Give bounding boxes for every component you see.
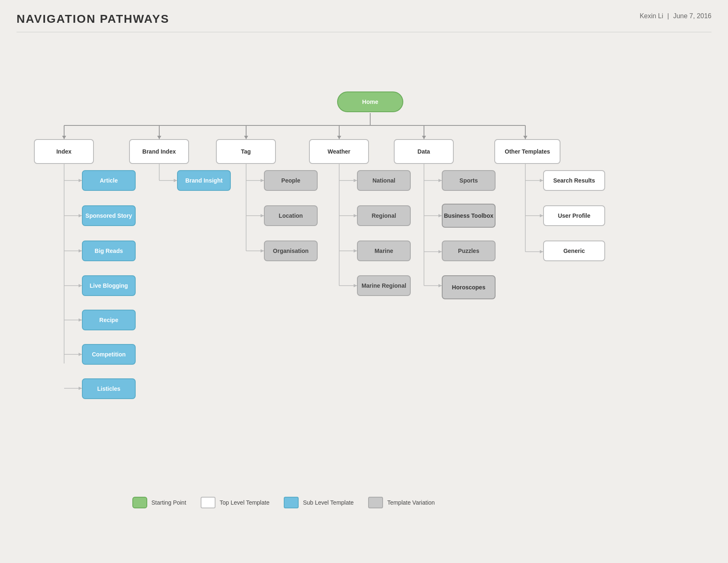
- legend-sub-level: Sub Level Template: [284, 497, 354, 508]
- svg-marker-31: [174, 179, 177, 182]
- node-regional: Regional: [357, 205, 411, 226]
- svg-marker-63: [540, 250, 543, 253]
- svg-marker-45: [354, 249, 357, 253]
- svg-marker-11: [337, 136, 341, 139]
- svg-marker-20: [79, 249, 82, 253]
- svg-marker-56: [438, 284, 442, 287]
- svg-marker-34: [261, 179, 264, 182]
- page: NAVIGATION PATHWAYS Kexin Li | June 7, 2…: [0, 0, 728, 537]
- svg-marker-28: [79, 387, 82, 390]
- node-marine: Marine: [357, 241, 411, 261]
- svg-marker-9: [157, 136, 161, 139]
- node-brand-insight: Brand Insight: [177, 170, 231, 191]
- node-brand-index: Brand Index: [129, 139, 189, 164]
- legend-top-level-label: Top Level Template: [220, 499, 269, 506]
- legend-top-level: Top Level Template: [201, 497, 269, 508]
- page-title: NAVIGATION PATHWAYS: [17, 12, 169, 26]
- diagram: Home Index Brand Index Tag Weather Data …: [17, 49, 711, 525]
- node-competition: Competition: [82, 344, 136, 365]
- node-marine-regional: Marine Regional: [357, 275, 411, 296]
- node-tag: Tag: [216, 139, 276, 164]
- svg-marker-43: [354, 214, 357, 217]
- node-index: Index: [34, 139, 94, 164]
- node-live-blogging: Live Blogging: [82, 275, 136, 296]
- meta-separator: |: [667, 12, 669, 20]
- meta-info: Kexin Li | June 7, 2016: [639, 12, 711, 20]
- node-data: Data: [394, 139, 454, 164]
- svg-marker-61: [540, 214, 543, 217]
- date: June 7, 2016: [673, 12, 711, 20]
- svg-marker-47: [354, 284, 357, 287]
- svg-marker-52: [438, 214, 442, 217]
- legend-variation-label: Template Variation: [387, 499, 435, 506]
- svg-marker-16: [79, 179, 82, 182]
- node-generic: Generic: [543, 241, 605, 261]
- svg-marker-36: [261, 214, 264, 217]
- header: NAVIGATION PATHWAYS Kexin Li | June 7, 2…: [17, 12, 711, 32]
- node-location: Location: [264, 205, 318, 226]
- legend-sub-level-label: Sub Level Template: [303, 499, 354, 506]
- node-national: National: [357, 170, 411, 191]
- legend-starting-point: Starting Point: [132, 497, 186, 508]
- node-listicles: Listicles: [82, 378, 136, 399]
- svg-marker-41: [354, 179, 357, 182]
- svg-marker-12: [422, 136, 426, 139]
- svg-marker-8: [62, 136, 66, 139]
- node-user-profile: User Profile: [543, 205, 605, 226]
- node-other-templates: Other Templates: [494, 139, 560, 164]
- svg-marker-38: [261, 249, 264, 253]
- legend-starting-point-label: Starting Point: [151, 499, 186, 506]
- svg-marker-50: [438, 179, 442, 182]
- svg-marker-18: [79, 214, 82, 217]
- legend-gray-box: [368, 497, 383, 508]
- svg-marker-10: [244, 136, 248, 139]
- author: Kexin Li: [639, 12, 663, 20]
- node-sponsored-story: Sponsored Story: [82, 205, 136, 226]
- node-sports: Sports: [442, 170, 496, 191]
- legend-green-box: [132, 497, 147, 508]
- node-organisation: Organisation: [264, 241, 318, 261]
- node-weather: Weather: [309, 139, 369, 164]
- legend-blue-box: [284, 497, 299, 508]
- svg-marker-54: [438, 250, 442, 253]
- node-puzzles: Puzzles: [442, 241, 496, 261]
- node-horoscopes: Horoscopes: [442, 275, 496, 299]
- node-search-results: Search Results: [543, 170, 605, 191]
- legend-white-box: [201, 497, 216, 508]
- svg-marker-24: [79, 318, 82, 322]
- node-business-toolbox: Business Toolbox: [442, 204, 496, 228]
- svg-marker-59: [540, 179, 543, 182]
- node-article: Article: [82, 170, 136, 191]
- node-recipe: Recipe: [82, 310, 136, 330]
- legend: Starting Point Top Level Template Sub Le…: [132, 497, 435, 508]
- node-big-reads: Big Reads: [82, 241, 136, 261]
- svg-marker-13: [523, 136, 527, 139]
- svg-marker-26: [79, 353, 82, 356]
- legend-variation: Template Variation: [368, 497, 435, 508]
- node-people: People: [264, 170, 318, 191]
- svg-marker-22: [79, 284, 82, 287]
- node-home: Home: [337, 91, 403, 112]
